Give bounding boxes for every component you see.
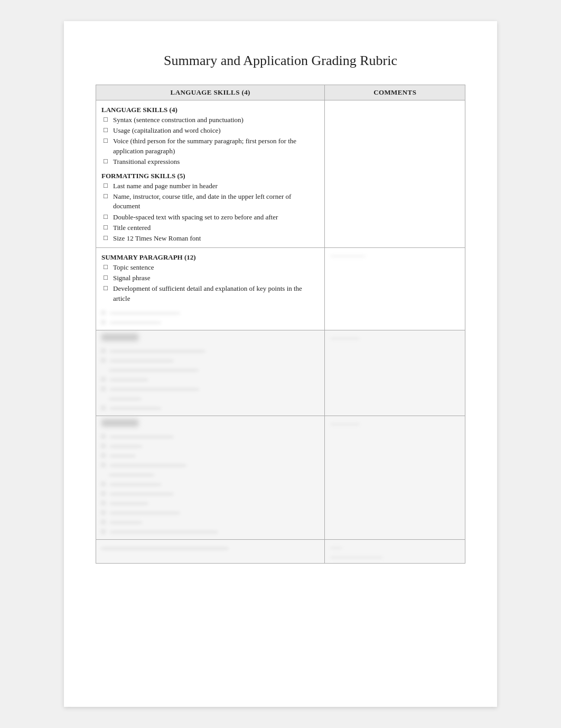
criteria-language-formatting: LANGUAGE SKILLS (4) □ Syntax (sentence c… (96, 100, 325, 248)
bullet-icon: □ (104, 115, 113, 124)
list-item: □ Topic sentence (101, 263, 319, 272)
bullet-icon: □ (104, 284, 113, 292)
list-item: □ Voice (third person for the summary pa… (101, 136, 319, 155)
bullet-icon: □ (104, 273, 113, 282)
col-header-comments: COMMENTS (325, 85, 465, 100)
criteria-blurred-2: □ —————————— □ ————— □ ———— □ ——————————… (96, 416, 325, 539)
comment-text-blurred-3: ————————— (330, 554, 460, 560)
bullet-icon: □ (104, 223, 113, 232)
summary-paragraph-header: SUMMARY PARAGRAPH (12) (101, 251, 319, 262)
bullet-icon: □ (104, 192, 113, 200)
comment-score-blurred-2: ————— (330, 420, 359, 427)
page-container: Summary and Application Grading Rubric L… (64, 21, 497, 707)
bullet-icon: □ (104, 181, 113, 190)
bullet-icon: □ (104, 136, 113, 145)
list-item: □ Last name and page number in header (101, 181, 319, 191)
item-text: Voice (third person for the summary para… (113, 136, 319, 155)
bullet-icon: □ (104, 157, 113, 165)
table-row-blurred-3: ———————————————————— —— ————————— (96, 539, 465, 563)
item-text: Title centered (113, 223, 151, 233)
comment-blurred-1: ————— (325, 330, 465, 416)
blurred-content-3: ———————————————————— (101, 543, 319, 552)
list-item: □ Title centered (101, 223, 319, 233)
blurred-summary-extra: □ ——————————— □ ———————— (101, 308, 319, 327)
list-item: □ Usage (capitalization and word choice) (101, 126, 319, 135)
item-text: Name, instructor, course title, and date… (113, 192, 319, 211)
criteria-blurred-3: ———————————————————— (96, 539, 325, 563)
item-text: Topic sentence (113, 263, 154, 272)
table-row-summary: SUMMARY PARAGRAPH (12) □ Topic sentence … (96, 248, 465, 330)
item-text: Usage (capitalization and word choice) (113, 126, 221, 135)
table-row-blurred-1: □ ——————————————— □ —————————— —————————… (96, 330, 465, 416)
list-item: □ Name, instructor, course title, and da… (101, 192, 319, 211)
language-skills-header: LANGUAGE SKILLS (4) (101, 104, 319, 114)
table-row-language-formatting: LANGUAGE SKILLS (4) □ Syntax (sentence c… (96, 100, 465, 248)
criteria-blurred-1: □ ——————————————— □ —————————— —————————… (96, 330, 325, 416)
comment-blurred-text: —————— (330, 252, 365, 259)
list-item: □ Transitional expressions (101, 157, 319, 167)
criteria-summary: SUMMARY PARAGRAPH (12) □ Topic sentence … (96, 248, 325, 330)
comment-blurred-3: —— ————————— (325, 539, 465, 563)
list-item: □ Size 12 Times New Roman font (101, 234, 319, 243)
item-text: Transitional expressions (113, 157, 180, 167)
item-text: Development of sufficient detail and exp… (113, 284, 319, 303)
item-text: Size 12 Times New Roman font (113, 234, 201, 243)
comment-score-blurred-1: ————— (330, 335, 359, 341)
blurred-content-2: □ —————————— □ ————— □ ———— □ ——————————… (101, 419, 319, 536)
item-text: Double-spaced text with spacing set to z… (113, 213, 278, 222)
list-item: □ Signal phrase (101, 273, 319, 283)
page-title: Summary and Application Grading Rubric (96, 53, 465, 69)
rubric-table: LANGUAGE SKILLS (4) COMMENTS LANGUAGE SK… (96, 85, 465, 564)
comment-summary: —————— (325, 248, 465, 330)
comment-blurred-2: ————— (325, 416, 465, 539)
item-text: Syntax (sentence construction and punctu… (113, 115, 244, 125)
blurred-label-1 (101, 334, 138, 341)
item-text: Signal phrase (113, 273, 150, 283)
col-header-criteria: LANGUAGE SKILLS (4) (96, 85, 325, 100)
item-text: Last name and page number in header (113, 181, 218, 191)
comment-language-formatting (325, 100, 465, 248)
bullet-icon: □ (104, 126, 113, 134)
blurred-label-2 (101, 419, 138, 427)
table-row-blurred-2: □ —————————— □ ————— □ ———— □ ——————————… (96, 416, 465, 539)
bullet-icon: □ (104, 234, 113, 242)
bullet-icon: □ (104, 263, 113, 271)
list-item: □ Syntax (sentence construction and punc… (101, 115, 319, 125)
list-item: □ Development of sufficient detail and e… (101, 284, 319, 303)
comment-score-blurred-3: —— (330, 544, 342, 550)
formatting-skills-header: FORMATTING SKILLS (5) (101, 170, 319, 180)
bullet-icon: □ (104, 213, 113, 221)
list-item: □ Double-spaced text with spacing set to… (101, 213, 319, 222)
blurred-content-1: □ ——————————————— □ —————————— —————————… (101, 334, 319, 412)
